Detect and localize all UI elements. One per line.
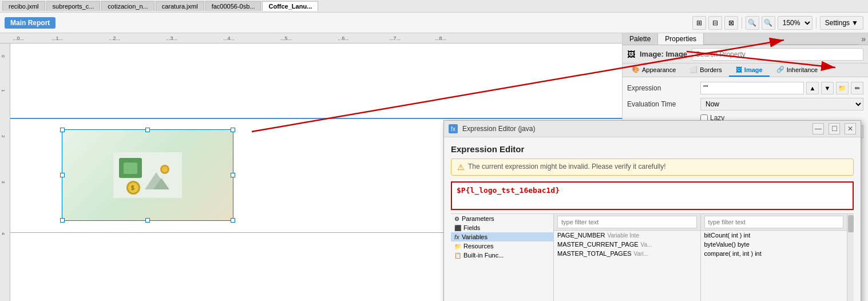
handle-bottom-center[interactable] <box>145 218 150 223</box>
expression-row: Expression ▲ ▼ 📁 ✏ <box>627 82 863 94</box>
variables-icon: fx <box>454 234 459 240</box>
dialog-col3: bitCount( int ) int byteValue() byte com… <box>701 214 847 301</box>
builtin-icon: 📋 <box>454 252 461 259</box>
handle-middle-right[interactable] <box>231 173 235 177</box>
tab-recibo[interactable]: recibo.jxml <box>2 1 45 11</box>
col1-list: ⚙ Parameters ⬛ Fields fx Variables 📁 <box>451 214 553 301</box>
palette-tab[interactable]: Palette <box>623 33 658 45</box>
col2-filter-input[interactable] <box>557 216 697 228</box>
col3-item-0[interactable]: bitCount( int ) int <box>701 231 847 240</box>
image-component[interactable]: $ <box>62 129 233 221</box>
dialog-minimize-button[interactable]: — <box>812 123 824 134</box>
dialog-close-button[interactable]: ✕ <box>845 123 856 134</box>
col2-item-0-type: Variable Inte <box>608 232 639 239</box>
col3-item-2[interactable]: compare( int, int ) int <box>701 249 847 258</box>
dialog-col1: ⚙ Parameters ⬛ Fields fx Variables 📁 <box>451 214 554 301</box>
builtin-label: Built-in Func... <box>463 252 504 259</box>
col2-item-1-label: MASTER_CURRENT_PAGE <box>557 241 639 248</box>
main-report-button[interactable]: Main Report <box>5 17 56 29</box>
expression-editor-dialog[interactable]: fx Expression Editor (java) — ☐ ✕ Expres… <box>443 120 861 301</box>
warning-icon: ⚠ <box>457 163 465 172</box>
col2-item-1-type: Va... <box>641 241 652 248</box>
zoom-out-icon[interactable]: 🔍 <box>746 16 759 30</box>
handle-bottom-left[interactable] <box>60 218 65 223</box>
expression-input[interactable] <box>700 82 804 94</box>
tab-fac00056[interactable]: fac00056-0sb... <box>205 1 261 11</box>
col2-item-0-label: PAGE_NUMBER <box>557 232 605 239</box>
col2-list: PAGE_NUMBER Variable Inte MASTER_CURRENT… <box>554 231 700 301</box>
dialog-bottom-panel: ⚙ Parameters ⬛ Fields fx Variables 📁 <box>451 213 854 301</box>
handle-top-center[interactable] <box>145 128 150 132</box>
expression-editor-input[interactable]: $P{l_logo_tst_16ebac1d} <box>451 181 854 210</box>
zoom-in-icon[interactable]: 🔍 <box>762 16 775 30</box>
expression-value-group: ▲ ▼ 📁 ✏ <box>700 82 863 94</box>
handle-top-left[interactable] <box>60 128 65 132</box>
layout-icon[interactable]: ⊠ <box>724 16 738 30</box>
tab-caratura[interactable]: caratura.jxml <box>156 1 204 11</box>
borders-label: Borders <box>700 66 722 73</box>
dialog-col2: PAGE_NUMBER Variable Inte MASTER_CURRENT… <box>554 214 701 301</box>
col2-item-0[interactable]: PAGE_NUMBER Variable Inte <box>554 231 700 240</box>
image-tab-label: Image <box>744 66 763 73</box>
svg-point-6 <box>162 167 168 172</box>
tab-cotizacion[interactable]: cotizacion_n... <box>101 1 154 11</box>
eval-time-value-group: Now <box>700 98 863 110</box>
ruler-vertical: 0 1 2 3 4 <box>0 43 10 301</box>
col1-parameters[interactable]: ⚙ Parameters <box>451 214 553 223</box>
tab-borders[interactable]: ⬜ Borders <box>683 64 729 77</box>
handle-middle-left[interactable] <box>60 173 65 177</box>
col3-item-1[interactable]: byteValue() byte <box>701 240 847 249</box>
dialog-maximize-button[interactable]: ☐ <box>829 123 840 134</box>
expression-edit-btn[interactable]: ✏ <box>851 82 863 94</box>
panel-expand-button[interactable]: » <box>859 33 868 45</box>
tab-bar: recibo.jxml subreports_c... cotizacion_n… <box>0 0 868 13</box>
zoom-select[interactable]: 150% <box>778 16 812 30</box>
panel-title: Image: Image <box>640 50 687 58</box>
expression-down-btn[interactable]: ▼ <box>821 82 834 94</box>
dialog-scrollbar[interactable] <box>847 214 854 301</box>
inheritance-icon: 🔗 <box>776 66 784 73</box>
tab-coffce[interactable]: Coffce_Lanu... <box>262 1 318 11</box>
search-property-input[interactable] <box>692 48 863 61</box>
col3-item-0-label: bitCount( int ) int <box>704 232 751 239</box>
variables-label: Variables <box>462 233 487 240</box>
settings-button[interactable]: Settings ▼ <box>820 16 863 30</box>
snap-icon[interactable]: ⊟ <box>708 16 722 30</box>
tab-subreports[interactable]: subreports_c... <box>46 1 101 11</box>
col1-variables[interactable]: fx Variables <box>451 232 553 241</box>
dialog-heading: Expression Editor <box>451 144 854 154</box>
image-preview: $ <box>113 152 182 198</box>
settings-label: Settings <box>825 19 850 27</box>
dialog-title-text: Expression Editor (java) <box>462 125 808 133</box>
expression-folder-btn[interactable]: 📁 <box>836 82 849 94</box>
eval-time-select[interactable]: Now <box>700 98 863 110</box>
col2-item-2[interactable]: MASTER_TOTAL_PAGES Vari... <box>554 249 700 258</box>
col1-builtin[interactable]: 📋 Built-in Func... <box>451 251 553 260</box>
scrollbar-thumb[interactable] <box>848 215 854 232</box>
expression-up-btn[interactable]: ▲ <box>806 82 819 94</box>
col2-item-2-label: MASTER_TOTAL_PAGES <box>557 250 632 257</box>
tab-inheritance[interactable]: 🔗 Inheritance <box>770 64 825 77</box>
col1-resources[interactable]: 📁 Resources <box>451 241 553 251</box>
handle-bottom-right[interactable] <box>231 218 235 223</box>
dialog-body: Expression Editor ⚠ The current expressi… <box>444 137 861 301</box>
col3-list: bitCount( int ) int byteValue() byte com… <box>701 231 847 301</box>
parameters-label: Parameters <box>462 215 494 222</box>
tab-image[interactable]: 🖼 Image <box>729 64 770 77</box>
col2-item-1[interactable]: MASTER_CURRENT_PAGE Va... <box>554 240 700 249</box>
toolbar-actions: ⊞ ⊟ ⊠ 🔍 🔍 150% Settings ▼ <box>692 16 863 30</box>
properties-tab[interactable]: Properties <box>658 33 704 45</box>
expression-label: Expression <box>627 84 696 92</box>
image-tab-icon: 🖼 <box>736 66 742 73</box>
image-inner: $ <box>68 136 227 215</box>
col1-fields[interactable]: ⬛ Fields <box>451 223 553 232</box>
handle-top-right[interactable] <box>231 128 235 132</box>
tab-appearance[interactable]: 🎨 Appearance <box>625 64 683 77</box>
warning-row: ⚠ The current expression might be invali… <box>451 159 854 176</box>
eval-time-row: Evaluation Time Now <box>627 98 863 110</box>
col3-header <box>701 214 847 231</box>
col3-item-1-label: byteValue() byte <box>704 241 750 248</box>
col3-filter-input[interactable] <box>704 216 844 228</box>
settings-dropdown-icon: ▼ <box>851 19 858 27</box>
grid-icon[interactable]: ⊞ <box>692 16 706 30</box>
